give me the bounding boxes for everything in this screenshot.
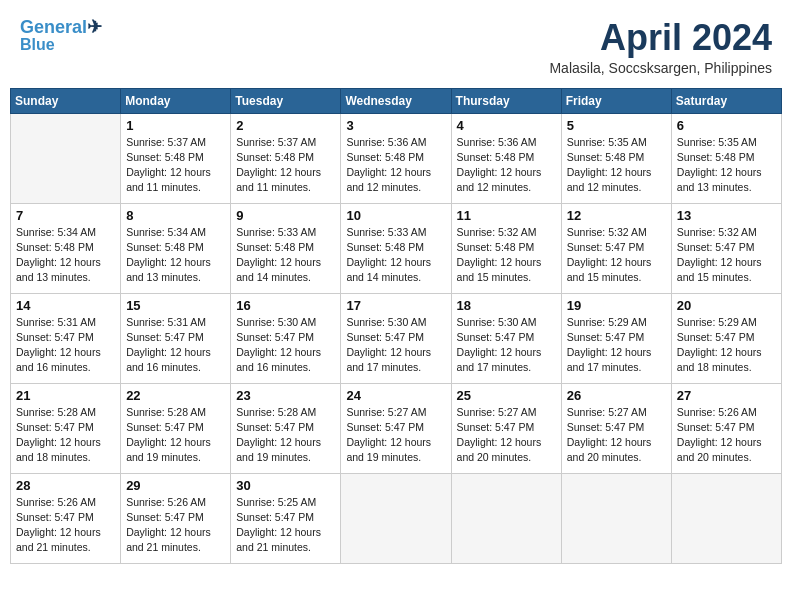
- cell-info: Sunrise: 5:28 AMSunset: 5:47 PMDaylight:…: [126, 405, 225, 466]
- calendar-cell: 4Sunrise: 5:36 AMSunset: 5:48 PMDaylight…: [451, 113, 561, 203]
- day-number: 27: [677, 388, 776, 403]
- col-header-wednesday: Wednesday: [341, 88, 451, 113]
- calendar-cell: 19Sunrise: 5:29 AMSunset: 5:47 PMDayligh…: [561, 293, 671, 383]
- cell-info: Sunrise: 5:34 AMSunset: 5:48 PMDaylight:…: [16, 225, 115, 286]
- col-header-tuesday: Tuesday: [231, 88, 341, 113]
- calendar-cell: [561, 473, 671, 563]
- calendar-cell: 7Sunrise: 5:34 AMSunset: 5:48 PMDaylight…: [11, 203, 121, 293]
- week-row-4: 21Sunrise: 5:28 AMSunset: 5:47 PMDayligh…: [11, 383, 782, 473]
- calendar-cell: 3Sunrise: 5:36 AMSunset: 5:48 PMDaylight…: [341, 113, 451, 203]
- calendar-cell: [451, 473, 561, 563]
- cell-info: Sunrise: 5:37 AMSunset: 5:48 PMDaylight:…: [126, 135, 225, 196]
- calendar-cell: 27Sunrise: 5:26 AMSunset: 5:47 PMDayligh…: [671, 383, 781, 473]
- cell-info: Sunrise: 5:31 AMSunset: 5:47 PMDaylight:…: [126, 315, 225, 376]
- cell-info: Sunrise: 5:34 AMSunset: 5:48 PMDaylight:…: [126, 225, 225, 286]
- cell-info: Sunrise: 5:33 AMSunset: 5:48 PMDaylight:…: [236, 225, 335, 286]
- calendar-cell: 10Sunrise: 5:33 AMSunset: 5:48 PMDayligh…: [341, 203, 451, 293]
- day-number: 26: [567, 388, 666, 403]
- cell-info: Sunrise: 5:28 AMSunset: 5:47 PMDaylight:…: [236, 405, 335, 466]
- col-header-friday: Friday: [561, 88, 671, 113]
- day-number: 21: [16, 388, 115, 403]
- cell-info: Sunrise: 5:35 AMSunset: 5:48 PMDaylight:…: [677, 135, 776, 196]
- cell-info: Sunrise: 5:32 AMSunset: 5:48 PMDaylight:…: [457, 225, 556, 286]
- calendar-cell: 28Sunrise: 5:26 AMSunset: 5:47 PMDayligh…: [11, 473, 121, 563]
- cell-info: Sunrise: 5:36 AMSunset: 5:48 PMDaylight:…: [457, 135, 556, 196]
- cell-info: Sunrise: 5:30 AMSunset: 5:47 PMDaylight:…: [346, 315, 445, 376]
- calendar-cell: 13Sunrise: 5:32 AMSunset: 5:47 PMDayligh…: [671, 203, 781, 293]
- col-header-sunday: Sunday: [11, 88, 121, 113]
- day-number: 3: [346, 118, 445, 133]
- calendar-cell: 12Sunrise: 5:32 AMSunset: 5:47 PMDayligh…: [561, 203, 671, 293]
- cell-info: Sunrise: 5:26 AMSunset: 5:47 PMDaylight:…: [677, 405, 776, 466]
- day-number: 30: [236, 478, 335, 493]
- day-number: 9: [236, 208, 335, 223]
- week-row-1: 1Sunrise: 5:37 AMSunset: 5:48 PMDaylight…: [11, 113, 782, 203]
- calendar-table: SundayMondayTuesdayWednesdayThursdayFrid…: [10, 88, 782, 564]
- cell-info: Sunrise: 5:30 AMSunset: 5:47 PMDaylight:…: [236, 315, 335, 376]
- day-number: 28: [16, 478, 115, 493]
- logo-blue: Blue: [20, 36, 55, 54]
- calendar-cell: 17Sunrise: 5:30 AMSunset: 5:47 PMDayligh…: [341, 293, 451, 383]
- cell-info: Sunrise: 5:30 AMSunset: 5:47 PMDaylight:…: [457, 315, 556, 376]
- cell-info: Sunrise: 5:27 AMSunset: 5:47 PMDaylight:…: [346, 405, 445, 466]
- calendar-cell: 29Sunrise: 5:26 AMSunset: 5:47 PMDayligh…: [121, 473, 231, 563]
- calendar-cell: 24Sunrise: 5:27 AMSunset: 5:47 PMDayligh…: [341, 383, 451, 473]
- day-number: 7: [16, 208, 115, 223]
- calendar-cell: [671, 473, 781, 563]
- day-number: 17: [346, 298, 445, 313]
- day-number: 6: [677, 118, 776, 133]
- day-number: 18: [457, 298, 556, 313]
- cell-info: Sunrise: 5:27 AMSunset: 5:47 PMDaylight:…: [567, 405, 666, 466]
- calendar-cell: 14Sunrise: 5:31 AMSunset: 5:47 PMDayligh…: [11, 293, 121, 383]
- calendar-cell: 16Sunrise: 5:30 AMSunset: 5:47 PMDayligh…: [231, 293, 341, 383]
- calendar-cell: 2Sunrise: 5:37 AMSunset: 5:48 PMDaylight…: [231, 113, 341, 203]
- day-number: 22: [126, 388, 225, 403]
- calendar-cell: 25Sunrise: 5:27 AMSunset: 5:47 PMDayligh…: [451, 383, 561, 473]
- cell-info: Sunrise: 5:26 AMSunset: 5:47 PMDaylight:…: [16, 495, 115, 556]
- day-number: 29: [126, 478, 225, 493]
- calendar-cell: 15Sunrise: 5:31 AMSunset: 5:47 PMDayligh…: [121, 293, 231, 383]
- week-row-2: 7Sunrise: 5:34 AMSunset: 5:48 PMDaylight…: [11, 203, 782, 293]
- location-title: Malasila, Soccsksargen, Philippines: [549, 60, 772, 76]
- page-header: General✈ Blue April 2024 Malasila, Soccs…: [10, 10, 782, 80]
- cell-info: Sunrise: 5:29 AMSunset: 5:47 PMDaylight:…: [677, 315, 776, 376]
- cell-info: Sunrise: 5:32 AMSunset: 5:47 PMDaylight:…: [567, 225, 666, 286]
- week-row-5: 28Sunrise: 5:26 AMSunset: 5:47 PMDayligh…: [11, 473, 782, 563]
- cell-info: Sunrise: 5:28 AMSunset: 5:47 PMDaylight:…: [16, 405, 115, 466]
- calendar-cell: 9Sunrise: 5:33 AMSunset: 5:48 PMDaylight…: [231, 203, 341, 293]
- day-number: 20: [677, 298, 776, 313]
- day-number: 2: [236, 118, 335, 133]
- calendar-cell: [341, 473, 451, 563]
- cell-info: Sunrise: 5:36 AMSunset: 5:48 PMDaylight:…: [346, 135, 445, 196]
- calendar-cell: 30Sunrise: 5:25 AMSunset: 5:47 PMDayligh…: [231, 473, 341, 563]
- day-number: 24: [346, 388, 445, 403]
- cell-info: Sunrise: 5:32 AMSunset: 5:47 PMDaylight:…: [677, 225, 776, 286]
- cell-info: Sunrise: 5:29 AMSunset: 5:47 PMDaylight:…: [567, 315, 666, 376]
- cell-info: Sunrise: 5:35 AMSunset: 5:48 PMDaylight:…: [567, 135, 666, 196]
- cell-info: Sunrise: 5:37 AMSunset: 5:48 PMDaylight:…: [236, 135, 335, 196]
- cell-info: Sunrise: 5:27 AMSunset: 5:47 PMDaylight:…: [457, 405, 556, 466]
- calendar-cell: 8Sunrise: 5:34 AMSunset: 5:48 PMDaylight…: [121, 203, 231, 293]
- day-number: 13: [677, 208, 776, 223]
- day-number: 19: [567, 298, 666, 313]
- day-number: 10: [346, 208, 445, 223]
- col-header-thursday: Thursday: [451, 88, 561, 113]
- day-number: 25: [457, 388, 556, 403]
- logo: General✈ Blue: [20, 18, 102, 53]
- week-row-3: 14Sunrise: 5:31 AMSunset: 5:47 PMDayligh…: [11, 293, 782, 383]
- day-number: 1: [126, 118, 225, 133]
- month-title: April 2024: [549, 18, 772, 58]
- col-header-monday: Monday: [121, 88, 231, 113]
- calendar-cell: 1Sunrise: 5:37 AMSunset: 5:48 PMDaylight…: [121, 113, 231, 203]
- calendar-cell: 6Sunrise: 5:35 AMSunset: 5:48 PMDaylight…: [671, 113, 781, 203]
- day-number: 5: [567, 118, 666, 133]
- day-number: 14: [16, 298, 115, 313]
- day-number: 16: [236, 298, 335, 313]
- calendar-cell: 18Sunrise: 5:30 AMSunset: 5:47 PMDayligh…: [451, 293, 561, 383]
- logo-general: General: [20, 17, 87, 37]
- calendar-cell: 23Sunrise: 5:28 AMSunset: 5:47 PMDayligh…: [231, 383, 341, 473]
- day-number: 11: [457, 208, 556, 223]
- title-block: April 2024 Malasila, Soccsksargen, Phili…: [549, 18, 772, 76]
- col-header-saturday: Saturday: [671, 88, 781, 113]
- calendar-cell: 26Sunrise: 5:27 AMSunset: 5:47 PMDayligh…: [561, 383, 671, 473]
